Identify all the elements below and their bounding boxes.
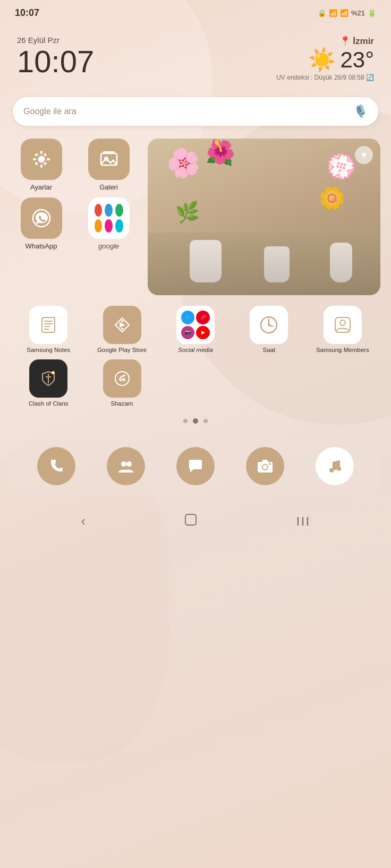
svg-point-32	[121, 461, 126, 467]
ayarlar-label: Ayarlar	[30, 183, 52, 192]
nav-back[interactable]: ‹	[81, 513, 86, 529]
svg-rect-5	[47, 158, 50, 160]
google-folder-icon	[88, 197, 130, 239]
search-placeholder: Google ile ara	[23, 107, 76, 116]
sim-icon: 🔒	[318, 9, 326, 17]
app-ayarlar[interactable]: Ayarlar	[11, 139, 72, 192]
clash-label: Clash of Clans	[29, 400, 69, 408]
heart-button[interactable]: ♥	[355, 146, 373, 164]
date-weather-widget: 26 Eylül Pzr 10:07 📍 İzmir ☀️ 23° UV end…	[0, 23, 391, 87]
svg-point-27	[340, 320, 345, 325]
photo-widget[interactable]: 🌸 🌺 💮 🌿 🌼 ♥	[148, 139, 380, 295]
svg-point-25	[268, 324, 270, 326]
page-dot-3[interactable]	[203, 419, 208, 423]
sun-icon: ☀️	[308, 47, 336, 73]
clock-large: 10:07	[17, 45, 94, 79]
dock-contacts[interactable]	[107, 447, 145, 485]
svg-rect-7	[43, 161, 47, 165]
app-saat[interactable]: Saat	[233, 306, 304, 354]
dock-messages[interactable]	[176, 447, 215, 485]
whatsapp-icon	[21, 197, 62, 239]
app-samsung-members[interactable]: Samsung Members	[307, 306, 378, 354]
mic-icon[interactable]: 🎙️	[353, 105, 368, 118]
page-dot-home[interactable]	[193, 418, 198, 424]
svg-rect-37	[262, 460, 268, 462]
dock-camera[interactable]	[246, 447, 284, 485]
svg-point-31	[115, 372, 129, 385]
weather-temp-row: ☀️ 23°	[276, 47, 374, 73]
refresh-icon: 🔄	[366, 74, 374, 81]
dock	[11, 440, 380, 496]
app-clash-of-clans[interactable]: Clash of Clans	[13, 359, 84, 408]
app-samsung-notes[interactable]: Samsung Notes	[13, 306, 84, 354]
svg-point-20	[121, 320, 123, 322]
battery-icon: 🔋	[368, 9, 376, 17]
samsung-notes-icon	[29, 306, 67, 344]
battery-text: %21	[351, 9, 365, 17]
page-dot-1[interactable]	[183, 419, 188, 423]
svg-rect-9	[34, 161, 38, 165]
svg-point-38	[269, 463, 271, 465]
svg-point-40	[337, 467, 341, 471]
samsung-members-icon	[324, 306, 362, 344]
svg-rect-12	[103, 151, 115, 153]
saat-label: Saat	[263, 347, 276, 354]
app-whatsapp[interactable]: WhatsApp	[11, 197, 72, 251]
google-folder-label: google	[98, 242, 119, 251]
flower-scene: 🌸 🌺 💮 🌿 🌼	[148, 139, 380, 295]
app-google-folder[interactable]: google	[78, 197, 139, 251]
svg-point-33	[126, 461, 132, 467]
svg-point-39	[329, 468, 334, 472]
social-media-label: Social media	[178, 347, 213, 354]
svg-rect-41	[185, 514, 196, 525]
date-label: 26 Eylül Pzr	[17, 36, 94, 45]
svg-rect-6	[34, 153, 38, 157]
app-social-media[interactable]: 🐦 📌 📷 ▶ Social media	[160, 306, 231, 354]
top-section: Ayarlar Galeri	[11, 139, 380, 295]
google-play-label: Google Play Store	[97, 347, 147, 354]
svg-rect-11	[101, 153, 117, 165]
svg-rect-2	[40, 151, 42, 154]
galeri-label: Galeri	[99, 183, 118, 192]
wifi-icon: 📶	[329, 9, 337, 17]
status-time: 10:07	[15, 7, 39, 19]
samsung-notes-label: Samsung Notes	[27, 347, 70, 354]
page-dots	[0, 418, 391, 424]
apps-area: Ayarlar Galeri	[0, 126, 391, 408]
status-bar: 10:07 🔒 📶 📶 %21 🔋	[0, 0, 391, 23]
shazam-label: Shazam	[111, 400, 133, 408]
weather-temp: 23°	[340, 47, 374, 73]
svg-rect-8	[43, 153, 47, 157]
samsung-members-label: Samsung Members	[316, 347, 369, 354]
left-apps: Ayarlar Galeri	[11, 139, 139, 251]
signal-icon: 📶	[340, 9, 348, 17]
app-galeri[interactable]: Galeri	[78, 139, 139, 192]
weather-section: 📍 İzmir ☀️ 23° UV endeksi : Düşük 26/9 0…	[276, 36, 374, 81]
location-icon: 📍	[339, 36, 351, 47]
whatsapp-label: WhatsApp	[26, 242, 57, 251]
google-play-icon	[103, 306, 141, 344]
weather-uv: UV endeksi : Düşük 26/9 08:58 🔄	[276, 74, 374, 81]
nav-bar: ‹	[0, 504, 391, 543]
social-media-icon: 🐦 📌 📷 ▶	[176, 306, 215, 344]
search-bar[interactable]: Google ile ara 🎙️	[13, 97, 378, 126]
svg-point-36	[263, 465, 267, 469]
ayarlar-icon	[21, 139, 62, 180]
date-section: 26 Eylül Pzr 10:07	[17, 36, 94, 79]
svg-rect-15	[42, 317, 55, 332]
clash-icon	[29, 359, 67, 398]
weather-city: 📍 İzmir	[276, 36, 374, 47]
galeri-icon	[88, 139, 130, 180]
app-shazam[interactable]: Shazam	[86, 359, 157, 408]
svg-rect-4	[33, 158, 36, 160]
shazam-icon	[103, 359, 141, 398]
nav-home[interactable]	[184, 513, 198, 530]
svg-point-21	[121, 328, 123, 330]
dock-phone[interactable]	[37, 447, 75, 485]
main-app-grid: Samsung Notes Google Play Store	[11, 306, 380, 408]
dock-music[interactable]	[316, 447, 354, 485]
app-google-play[interactable]: Google Play Store	[86, 306, 157, 354]
nav-recent[interactable]	[296, 514, 310, 528]
saat-icon	[250, 306, 288, 344]
svg-rect-3	[40, 165, 42, 168]
